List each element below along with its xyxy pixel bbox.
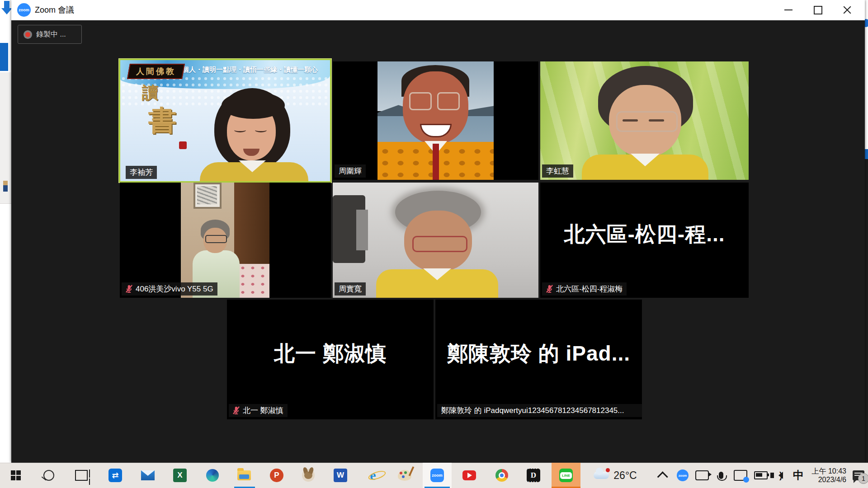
start-button[interactable] xyxy=(5,463,27,488)
chrome-icon xyxy=(495,469,508,482)
minimize-button[interactable] xyxy=(777,0,800,20)
video-tile-li-hong-hui[interactable]: 李虹慧 xyxy=(540,61,749,180)
tray-clock[interactable]: 上午 10:43 2023/4/6 xyxy=(807,463,846,488)
recording-indicator-button[interactable]: 錄製中 ... xyxy=(18,25,82,44)
recording-dot-icon xyxy=(24,30,32,39)
action-center-button[interactable]: 1 xyxy=(849,463,868,488)
video-tile-zheng-shu-shen[interactable]: 北一 鄭淑慎 北一 鄭淑慎 xyxy=(227,300,434,419)
glasses-icon xyxy=(412,236,467,252)
tray-screen-share[interactable] xyxy=(731,463,750,488)
speaker-icon xyxy=(778,472,783,479)
name-label: 406洪美沙vivo Y55 5G xyxy=(122,282,217,296)
weather-temperature: 26°C xyxy=(613,469,637,482)
taskbar-app-paint[interactable] xyxy=(394,463,415,488)
background-tiny-icon xyxy=(3,181,8,192)
clock-date: 2023/4/6 xyxy=(818,475,846,484)
notification-badge: 1 xyxy=(858,473,868,484)
camera-icon xyxy=(695,470,709,480)
name-label: 周圍輝 xyxy=(335,164,366,178)
glasses-icon xyxy=(409,92,432,110)
taskbar-app-powerpoint[interactable]: P xyxy=(266,463,288,488)
video-tile-zhou-shi-kuan[interactable]: 周實寬 xyxy=(333,183,538,298)
tray-zoom-icon[interactable]: zoom xyxy=(674,463,692,488)
participant-eye xyxy=(255,128,267,132)
video-tile-hong-mei-sha[interactable]: 406洪美沙vivo Y55 5G xyxy=(120,183,331,298)
weather-widget[interactable]: 26°C xyxy=(586,463,645,488)
name-text: 周實寬 xyxy=(339,284,362,294)
taskbar-app-d-player[interactable]: D xyxy=(523,463,544,488)
internet-explorer-icon: e xyxy=(370,468,376,483)
recording-label: 錄製中 ... xyxy=(36,30,66,39)
participant-tie xyxy=(433,144,439,180)
participant-eye xyxy=(623,119,638,122)
name-text: 406洪美沙vivo Y55 5G xyxy=(136,284,213,294)
line-bubble: LINE xyxy=(560,472,572,479)
tray-camera[interactable] xyxy=(693,463,712,488)
windows-logo-icon xyxy=(11,470,21,480)
chevron-up-icon xyxy=(657,471,668,482)
taskbar-app-emule[interactable] xyxy=(297,463,319,488)
tray-volume[interactable] xyxy=(771,463,790,488)
red-seal xyxy=(179,141,187,149)
video-tile-zhou-wei-hui[interactable]: 周圍輝 xyxy=(333,61,538,180)
clock-time: 上午 10:43 xyxy=(812,467,846,475)
name-label: 李袖芳 xyxy=(126,166,157,179)
zoom-app-icon: zoom xyxy=(430,469,444,482)
taskbar-app-edge[interactable] xyxy=(202,463,223,488)
wall-background xyxy=(333,183,538,298)
background-blue-segment xyxy=(865,149,868,159)
glasses-icon xyxy=(437,92,460,110)
close-icon xyxy=(843,6,851,14)
search-icon xyxy=(43,470,54,481)
emule-face xyxy=(304,472,312,479)
taskbar-app-excel[interactable]: X xyxy=(169,463,191,488)
paint-palette-icon xyxy=(398,470,411,481)
participant-eye xyxy=(649,119,664,122)
video-content xyxy=(377,61,494,180)
task-view-button[interactable] xyxy=(71,463,92,488)
tray-show-hidden-icons[interactable] xyxy=(655,463,673,488)
screen-share-icon xyxy=(734,470,747,481)
banner-slogan-text: 讀做一個人・讀明一點理・讀悟一些緣・讀懂一顆心 xyxy=(162,66,329,74)
mic-muted-icon xyxy=(126,285,132,293)
glasses-icon xyxy=(205,235,227,243)
tray-battery[interactable] xyxy=(751,463,770,488)
minimize-icon xyxy=(784,9,793,10)
green-background xyxy=(540,61,749,180)
maximize-button[interactable] xyxy=(806,0,830,20)
tray-microphone[interactable] xyxy=(712,463,730,488)
close-button[interactable] xyxy=(835,0,859,20)
zoom-logo-icon: zoom xyxy=(17,3,31,17)
taskbar-app-youtube[interactable] xyxy=(458,463,480,488)
search-button[interactable] xyxy=(38,463,60,488)
powerpoint-icon: P xyxy=(270,469,283,482)
video-tile-li-xiu-fang[interactable]: 讀做一個人・讀明一點理・讀悟一些緣・讀懂一顆心 人間佛教 讀 書 李袖芳 xyxy=(119,59,331,183)
battery-icon xyxy=(754,471,768,479)
taskbar-app-file-explorer[interactable] xyxy=(233,463,255,488)
taskbar-app-line[interactable]: LINE xyxy=(555,463,577,488)
taskbar-app-word[interactable]: W xyxy=(330,463,351,488)
wood-furniture xyxy=(234,183,269,268)
taskbar-app-internet-explorer[interactable]: e xyxy=(362,463,384,488)
zoom-tray-icon: zoom xyxy=(677,469,689,481)
edge-icon xyxy=(206,469,219,482)
video-tile-cheng-shu-mei[interactable]: 北六區-松四-程... 北六區-松四-程淑梅 xyxy=(540,183,749,298)
tray-ime[interactable]: 中 xyxy=(790,463,807,488)
taskbar-app-mail[interactable] xyxy=(137,463,159,488)
taskbar-app-teamviewer[interactable] xyxy=(104,463,126,488)
taskbar-app-zoom[interactable]: zoom xyxy=(426,463,448,488)
video-tile-zheng-chen-dun-ling-ipad[interactable]: 鄭陳敦玲 的 iPad... 鄭陳敦玲 的 iPadqwertyui123456… xyxy=(435,300,642,419)
background-window-left-sliver xyxy=(0,0,11,463)
name-text: 李虹慧 xyxy=(546,166,569,176)
virtual-background: 讀做一個人・讀明一點理・讀悟一些緣・讀懂一顆心 人間佛教 讀 書 xyxy=(120,60,330,181)
background-pipe xyxy=(356,210,368,250)
notification-icon: 1 xyxy=(853,470,864,480)
microphone-icon xyxy=(719,472,723,479)
task-view-icon xyxy=(75,470,88,481)
name-text: 北六區-松四-程淑梅 xyxy=(556,284,623,294)
calligraphy-du: 讀 xyxy=(142,82,158,104)
window-title: Zoom 會議 xyxy=(35,0,74,20)
brand-banner: 人間佛教 xyxy=(127,64,185,79)
taskbar-app-chrome[interactable] xyxy=(491,463,513,488)
excel-icon: X xyxy=(173,469,187,482)
